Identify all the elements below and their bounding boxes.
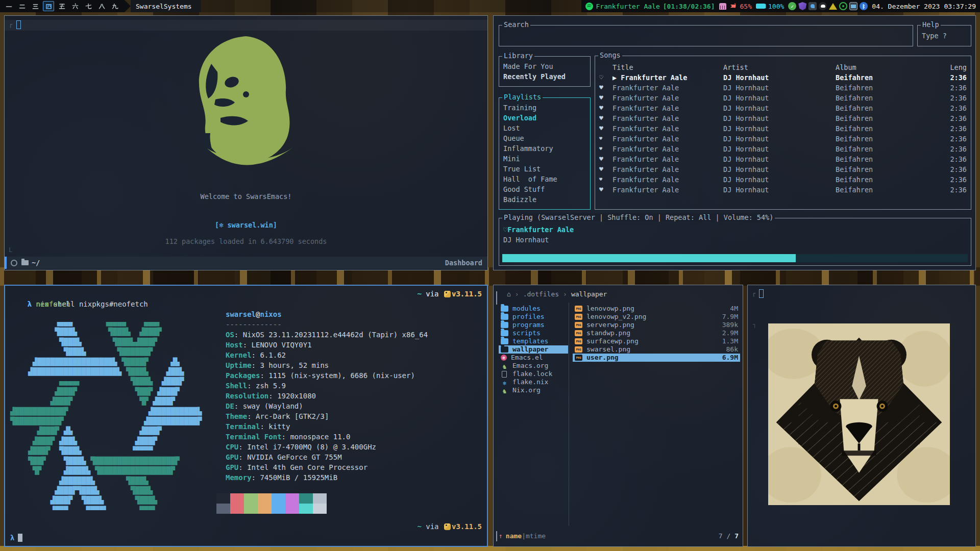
- file-type-icon: [502, 371, 507, 378]
- sort-primary[interactable]: name: [506, 532, 522, 540]
- favorite-heart-icon[interactable]: ♥: [599, 185, 612, 195]
- favorite-heart-icon[interactable]: ♥: [599, 134, 612, 144]
- sidebar-entry[interactable]: wallpaper: [499, 345, 568, 354]
- sidebar-entry[interactable]: templates: [499, 337, 568, 345]
- favorite-heart-icon[interactable]: ♥: [599, 123, 612, 134]
- png-file-icon: [575, 314, 582, 320]
- song-album: Beifahren: [836, 164, 938, 174]
- sort-direction-icon[interactable]: ↑: [499, 532, 503, 540]
- playlist-item[interactable]: Hall of Fame: [499, 174, 590, 184]
- site-link[interactable]: [❄ swarsel.win]: [5, 221, 487, 229]
- favorite-heart-icon[interactable]: ♥: [599, 83, 612, 93]
- library-item[interactable]: Recently Played: [499, 71, 590, 82]
- file-entry[interactable]: swarsel.png 86k: [573, 345, 740, 354]
- breadcrumb[interactable]: ⌂›.dotfiles›wallpaper: [507, 290, 607, 298]
- sidebar-entry[interactable]: Emacs.el: [499, 354, 568, 362]
- file-entry[interactable]: lenovowp_v2.png 7.9M: [573, 313, 740, 321]
- file-entry[interactable]: user.png 6.9M: [573, 354, 740, 362]
- music-module[interactable]: Frankfurter Aale [01:38/02:36]: [585, 3, 715, 10]
- home-icon[interactable]: ⌂: [507, 290, 511, 298]
- battery-module[interactable]: 100%: [756, 3, 784, 10]
- favorite-heart-icon[interactable]: ♥: [599, 174, 612, 185]
- playlist-item[interactable]: Training: [499, 103, 590, 113]
- library-item[interactable]: Made For You: [499, 61, 590, 71]
- sidebar-entry[interactable]: modules: [499, 305, 568, 313]
- song-row[interactable]: ♥ Frankfurter Aale DJ Hornhaut Beifahren…: [595, 185, 971, 195]
- entry-name: modules: [512, 305, 541, 313]
- favorite-heart-icon[interactable]: ♥: [599, 113, 612, 123]
- sidebar-entry[interactable]: flake.lock: [499, 370, 568, 378]
- tent-icon[interactable]: [829, 3, 837, 10]
- workspace-一[interactable]: [3, 1, 14, 11]
- workspace-八[interactable]: [96, 1, 107, 11]
- display-icon[interactable]: [849, 2, 857, 10]
- song-row[interactable]: ♥ Frankfurter Aale DJ Hornhaut Beifahren…: [595, 134, 971, 144]
- file-entry[interactable]: standwp.png 2.9M: [573, 329, 740, 337]
- playlist-item[interactable]: Mini: [499, 154, 590, 164]
- breadcrumb-segment[interactable]: .dotfiles: [523, 290, 559, 298]
- playlist-item[interactable]: True List: [499, 164, 590, 174]
- discord-icon[interactable]: [819, 2, 827, 10]
- check-icon[interactable]: ✓: [788, 2, 796, 10]
- search-input[interactable]: Search: [499, 25, 913, 46]
- song-row[interactable]: ♥ Frankfurter Aale DJ Hornhaut Beifahren…: [595, 93, 971, 103]
- plasma-icon[interactable]: [808, 2, 817, 10]
- sidebar-entry[interactable]: scripts: [499, 329, 568, 337]
- progress-bar[interactable]: [502, 254, 968, 262]
- song-row[interactable]: ♥ Frankfurter Aale DJ Hornhaut Beifahren…: [595, 83, 971, 93]
- workspace-六[interactable]: [69, 1, 81, 11]
- keyboard-module[interactable]: [719, 3, 726, 10]
- favorite-heart-icon[interactable]: ♥: [599, 103, 612, 113]
- terminal-window: λ nix shell nixpkgs#neofetch ~ via v3.11…: [4, 285, 488, 547]
- heart-outline-icon[interactable]: ♡: [503, 226, 507, 234]
- favorite-heart-icon[interactable]: ♥: [599, 93, 612, 103]
- sidebar-entry[interactable]: Nix.org: [499, 386, 568, 394]
- shield-icon[interactable]: [798, 2, 806, 10]
- favorite-heart-icon[interactable]: ♥: [599, 154, 612, 164]
- shell-prompt[interactable]: λ: [10, 534, 22, 542]
- playlist-item[interactable]: Badizzle: [499, 194, 590, 205]
- song-row[interactable]: ♥ Frankfurter Aale DJ Hornhaut Beifahren…: [595, 103, 971, 113]
- preview-cursor-line: ┌: [752, 289, 764, 298]
- song-row[interactable]: ♥ Frankfurter Aale DJ Hornhaut Beifahren…: [595, 113, 971, 123]
- playlist-item[interactable]: Overload: [499, 113, 590, 123]
- breadcrumb-segment-current[interactable]: wallpaper: [571, 290, 607, 298]
- sidebar-entry[interactable]: programs: [499, 321, 568, 329]
- favorite-heart-icon[interactable]: ♥: [599, 164, 612, 174]
- song-length: 2:36: [938, 72, 967, 83]
- prompt-lambda: λ: [28, 300, 32, 308]
- volume-module[interactable]: 65%: [730, 3, 752, 10]
- workspace-四[interactable]: [43, 1, 54, 11]
- file-entry[interactable]: serverwp.png 389k: [573, 321, 740, 329]
- playlist-item[interactable]: Queue: [499, 133, 590, 143]
- playlist-item[interactable]: Good Stuff: [499, 184, 590, 194]
- col-title: Title: [612, 62, 723, 72]
- song-row[interactable]: ♥ Frankfurter Aale DJ Hornhaut Beifahren…: [595, 154, 971, 164]
- col-album: Album: [836, 62, 938, 72]
- sidebar-entry[interactable]: profiles: [499, 313, 568, 321]
- workspace-七[interactable]: [83, 1, 94, 11]
- sidebar-entry[interactable]: Emacs.org: [499, 362, 568, 370]
- favorite-heart-icon[interactable]: ♥: [599, 144, 612, 154]
- song-row[interactable]: ♥ Frankfurter Aale DJ Hornhaut Beifahren…: [595, 123, 971, 134]
- workspace-二[interactable]: [16, 1, 28, 11]
- playlist-item[interactable]: Lost: [499, 123, 590, 133]
- swarsemacs-logo: [185, 33, 307, 176]
- song-row[interactable]: ♥ Frankfurter Aale DJ Hornhaut Beifahren…: [595, 144, 971, 154]
- song-row[interactable]: ♥ Frankfurter Aale DJ Hornhaut Beifahren…: [595, 174, 971, 185]
- file-entry[interactable]: surfacewp.png 1.3M: [573, 337, 740, 345]
- workspace-三[interactable]: [30, 1, 41, 11]
- file-size: 4M: [730, 305, 738, 313]
- sidebar-entry[interactable]: flake.nix: [499, 378, 568, 386]
- scrollbar[interactable]: [496, 291, 497, 305]
- syncthing-icon[interactable]: [839, 2, 847, 10]
- playlist-item[interactable]: Inflammatory: [499, 143, 590, 154]
- workspace-九[interactable]: [109, 1, 120, 11]
- bluetooth-icon[interactable]: ᛒ: [860, 2, 868, 10]
- sort-secondary[interactable]: mtime: [526, 532, 546, 540]
- song-row[interactable]: ♥ Frankfurter Aale DJ Hornhaut Beifahren…: [595, 164, 971, 174]
- workspace-五[interactable]: [56, 1, 67, 11]
- favorite-heart-icon[interactable]: ♡: [599, 72, 612, 83]
- file-entry[interactable]: lenovowp.png 4M: [573, 305, 740, 313]
- song-row[interactable]: ♡ ▶ Frankfurter Aale DJ Hornhaut Beifahr…: [595, 72, 971, 83]
